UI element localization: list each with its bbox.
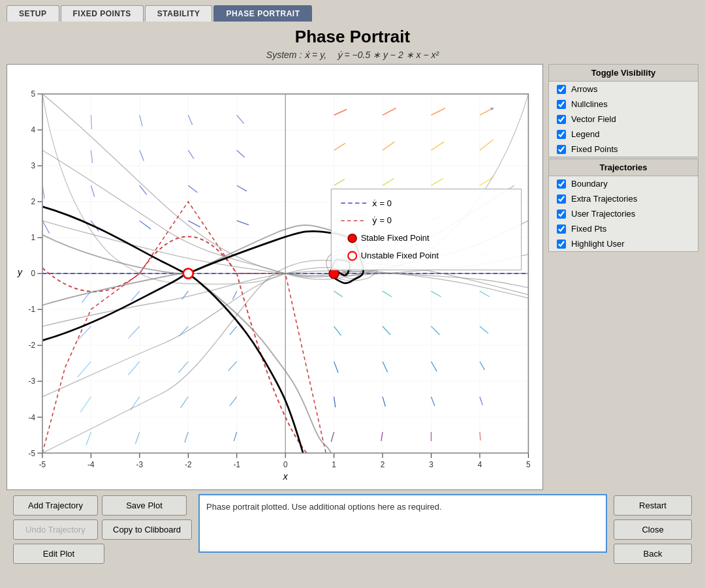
svg-text:0: 0 xyxy=(283,460,288,469)
nullclines-checkbox[interactable] xyxy=(557,100,566,109)
svg-text:Stable Fixed Point: Stable Fixed Point xyxy=(361,233,430,243)
save-plot-button[interactable]: Save Plot xyxy=(102,495,187,516)
content-row: -5 -4 -3 -2 -1 0 1 2 3 xyxy=(7,64,698,490)
highlight-user-item[interactable]: Highlight User xyxy=(549,236,698,251)
extra-traj-checkbox[interactable] xyxy=(557,194,566,204)
legend-item[interactable]: Legend xyxy=(549,127,698,142)
boundary-item[interactable]: Boundary xyxy=(549,176,698,191)
svg-text:0: 0 xyxy=(31,269,36,278)
svg-text:-4: -4 xyxy=(87,460,95,469)
extra-traj-item[interactable]: Extra Trajectories xyxy=(549,191,698,206)
tab-stability[interactable]: STABILITY xyxy=(145,5,213,22)
user-traj-item[interactable]: User Trajectories xyxy=(549,206,698,221)
legend-checkbox[interactable] xyxy=(557,130,566,139)
copy-clipboard-button[interactable]: Copy to Clibboard xyxy=(102,519,192,540)
arrows-item[interactable]: Arrows xyxy=(549,82,698,97)
undo-trajectory-button[interactable]: Undo Trajectory xyxy=(13,519,98,540)
nullclines-label: Nullclines xyxy=(571,99,608,109)
trajectories-section: Trajectories Boundary Extra Trajectories… xyxy=(548,159,698,252)
fixed-pts-traj-item[interactable]: Fixed Pts xyxy=(549,221,698,236)
svg-point-167 xyxy=(348,252,356,260)
tab-fixed-points[interactable]: FIXED POINTS xyxy=(61,5,144,22)
svg-text:-4: -4 xyxy=(29,413,36,422)
svg-text:-1: -1 xyxy=(233,460,240,469)
svg-text:-2: -2 xyxy=(185,460,192,469)
svg-text:-2: -2 xyxy=(29,341,36,350)
svg-text:1: 1 xyxy=(332,460,336,469)
vector-field-item[interactable]: Vector Field xyxy=(549,112,698,127)
svg-text:-3: -3 xyxy=(136,460,144,469)
svg-text:y: y xyxy=(17,267,23,277)
vector-field-checkbox[interactable] xyxy=(557,115,566,124)
left-button-group: Add Trajectory Save Plot Undo Trajectory… xyxy=(13,494,192,564)
nullclines-item[interactable]: Nullclines xyxy=(549,97,698,112)
user-traj-checkbox[interactable] xyxy=(557,209,566,219)
svg-text:-3: -3 xyxy=(29,377,36,386)
vector-field-label: Vector Field xyxy=(571,114,616,124)
add-trajectory-button[interactable]: Add Trajectory xyxy=(13,495,98,516)
svg-text:3: 3 xyxy=(31,161,36,170)
bottom-area: Add Trajectory Save Plot Undo Trajectory… xyxy=(7,490,698,585)
svg-text:ẋ = 0: ẋ = 0 xyxy=(372,198,392,208)
fixed-points-item[interactable]: Fixed Points xyxy=(549,142,698,157)
tab-phase-portrait[interactable]: PHASE PORTRAIT xyxy=(213,5,312,22)
main-content: Phase Portrait System : ẋ = y, ẏ = −0.5 … xyxy=(0,22,705,588)
svg-text:ẏ = 0: ẏ = 0 xyxy=(372,216,392,226)
fixed-pts-traj-label: Fixed Pts xyxy=(571,224,606,234)
restart-button[interactable]: Restart xyxy=(614,495,692,516)
svg-text:4: 4 xyxy=(31,125,36,134)
fixed-pts-traj-checkbox[interactable] xyxy=(557,224,566,234)
arrows-label: Arrows xyxy=(571,84,597,94)
extra-traj-label: Extra Trajectories xyxy=(571,194,637,204)
tab-setup[interactable]: SETUP xyxy=(7,5,59,22)
legend-label: Legend xyxy=(571,129,599,139)
arrows-checkbox[interactable] xyxy=(557,85,566,94)
svg-text:x: x xyxy=(283,471,289,482)
boundary-label: Boundary xyxy=(571,179,608,189)
svg-text:5: 5 xyxy=(31,89,36,99)
svg-text:-1: -1 xyxy=(29,305,36,314)
edit-plot-button[interactable]: Edit Plot xyxy=(13,544,104,564)
svg-text:-5: -5 xyxy=(29,449,36,458)
equation-display: System : ẋ = y, ẏ = −0.5 ∗ y − 2 ∗ x − x… xyxy=(7,50,698,64)
right-panel: Toggle Visibility Arrows Nullclines Vect… xyxy=(548,64,698,490)
svg-text:5: 5 xyxy=(526,460,531,469)
trajectories-header: Trajectories xyxy=(549,159,698,176)
toggle-visibility-header: Toggle Visibility xyxy=(549,65,698,82)
highlight-user-checkbox[interactable] xyxy=(557,240,566,249)
boundary-checkbox[interactable] xyxy=(557,179,566,189)
right-button-group: Restart Close Back xyxy=(614,494,692,564)
svg-text:Unstable Fixed Point: Unstable Fixed Point xyxy=(361,251,439,260)
svg-text:4: 4 xyxy=(478,460,482,469)
svg-text:3: 3 xyxy=(429,460,433,469)
fixed-points-label: Fixed Points xyxy=(571,144,618,154)
fixed-points-checkbox[interactable] xyxy=(557,145,566,154)
highlight-user-label: Highlight User xyxy=(571,239,625,249)
close-button[interactable]: Close xyxy=(614,519,692,540)
back-button[interactable]: Back xyxy=(614,544,692,564)
toggle-visibility-section: Toggle Visibility Arrows Nullclines Vect… xyxy=(548,64,698,157)
svg-text:2: 2 xyxy=(31,197,36,206)
svg-point-165 xyxy=(348,234,356,243)
message-box: Phase portrait plotted. Use additional o… xyxy=(198,494,607,553)
plot-container[interactable]: -5 -4 -3 -2 -1 0 1 2 3 xyxy=(7,64,543,490)
svg-text:-5: -5 xyxy=(39,460,46,469)
tab-bar: SETUP FIXED POINTS STABILITY PHASE PORTR… xyxy=(0,0,705,22)
svg-text:1: 1 xyxy=(31,233,36,242)
svg-point-158 xyxy=(183,269,193,279)
user-traj-label: User Trajectories xyxy=(571,209,635,219)
page-title: Phase Portrait xyxy=(7,22,698,50)
svg-text:2: 2 xyxy=(381,460,385,469)
